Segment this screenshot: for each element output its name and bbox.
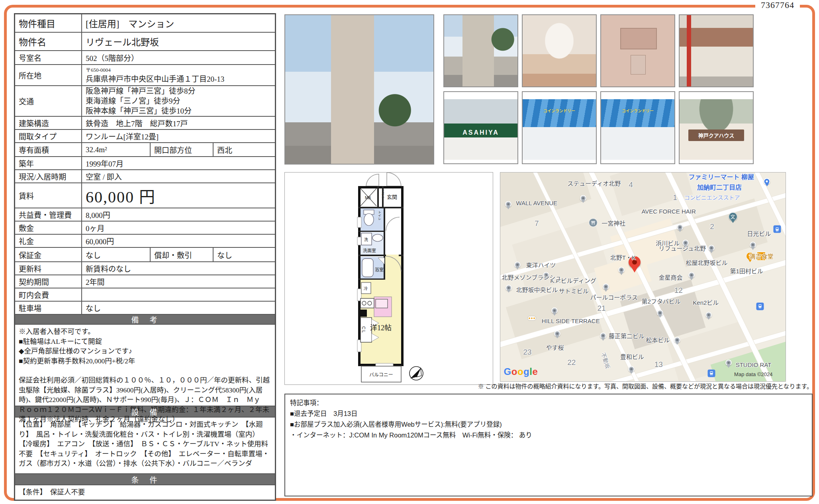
row-label: 間取タイプ [15,130,82,142]
row-label: 敷金 [15,222,82,234]
pin-kinsei-shokai [688,272,695,278]
map-label: 東洋ハイツ [526,260,556,269]
building-exterior-photo [285,15,433,164]
photo-post-office [679,14,754,87]
map-label: 22 [567,358,576,367]
table-row: 間取タイプ ワンルーム[洋室12畳] [15,130,275,143]
note-line: ■駐輪場はALキーにて開錠 [19,337,271,347]
balcony-label: バルコニー [369,372,393,378]
map-label: 藤正第二ビル [609,331,645,339]
note-line: ■契約更新事務手数料20,000円+税/2年 [19,356,271,366]
pin-yasuzakura [554,330,560,337]
pin-avec-force-hair [677,224,683,230]
row-label: 保証金 [15,248,82,261]
map-label: 不動坂 [600,351,612,370]
map-label: サトミビル [559,286,589,295]
property-sheet: 7367764 物件種目 [住居用] マンション 物件名 リヴェール北野坂 号室… [0,0,819,504]
address: 兵庫県神戸市中央区中山手通１丁目20-13 [86,73,224,84]
note-line: ※入居者入替不可です。 [19,327,271,337]
row-value: なし [82,302,275,314]
map-label: 7 [535,219,539,228]
map-label: 松本ビル [646,335,670,344]
closet-label: CL [361,326,366,333]
bathhouse-sign: 神戸クアハウス [688,129,744,141]
map-label: WALL AVENUE [516,199,557,206]
conditions-paragraph: 【条件】 保証人不要 [19,487,271,497]
row-label: 現況/入居時期 [15,170,82,182]
bathhouse-photo: 神戸クアハウス [680,99,753,160]
coin-laundry-photo: コインランドリー [523,99,596,160]
row-value: ワンルーム[洋室12畳] [82,130,275,142]
pin-wall-avenue [505,201,511,208]
row-value: 502（5階部分） [82,51,275,64]
row-value: なし [214,248,275,261]
table-row: 礼金 60,000円 [15,235,275,248]
notes-text: ※入居者入替不可です。 ■駐輪場はALキーにて開錠 ◆全戸角部屋仕様のマンション… [15,325,275,406]
table-row: 町内会費 [15,288,275,302]
intercom-panel [631,55,646,75]
note-line: ◆全戸角部屋仕様のマンションです♪ [19,346,271,356]
map-label: 松屋北野坂ビル [686,258,727,267]
photo-bathhouse: 神戸クアハウス [679,91,754,164]
map-label: 浜川ビル [656,238,680,247]
post-office-photo [680,15,753,86]
table-row: 物件名 リヴェール北野坂 [15,33,275,51]
map: Google 文ステューディオ北野4WALL AVENUE7一宮神社AVEC F… [500,172,786,382]
pin-studio-rat [725,360,732,366]
school-icon: 文 [729,212,737,221]
map-label: 21 [597,304,605,313]
conditions-header: 条 件 [15,474,275,485]
table-row: 物件種目 [住居用] マンション [15,14,275,33]
row-value [82,288,275,301]
access-line: 阪神本線「神戸三宮」徒歩10分 [86,106,192,116]
pin-pearl-corporas [603,284,609,290]
row-value: 1999年07月 [82,157,275,169]
transit-icon-3 [707,369,715,377]
laundry-sign: コインランドリー [523,108,596,114]
google-logo: Google [504,366,538,377]
row-value: 8,000円 [82,208,275,221]
laundry-sign: コインランドリー [601,108,674,114]
row-value: 2年間 [82,275,275,288]
row-value: 空室 / 即入 [82,170,275,182]
row-value: 〒650-0004 兵庫県神戸市中央区中山手通１丁目20-13 [82,65,275,85]
map-label: 23 [523,348,531,357]
photo-exterior-2 [443,14,518,87]
map-attribution: Map data ©2024 [734,371,772,377]
row-label: 賃料 [15,183,82,208]
pin-studio-kitano [580,195,586,201]
row-label: 築年 [15,157,82,169]
disclaimer-text: ※ この資料は物件の概略紹介資料になります。写真、間取図面、設備、概要などが現況… [478,382,813,390]
row-value: 西北 [214,143,275,156]
row-label: 償却・敷引 [150,248,214,261]
conditions-text: 【条件】 保証人不要 [15,485,275,500]
special-line: ■お部屋プラス加入必須(入居者様専用Webサービス):無料(要アプリ登録) [290,419,807,430]
notes-header: 備 考 [15,315,275,325]
table-row: 敷金 0ヶ月 [15,222,275,235]
transit-icon-2 [756,303,764,310]
photo-nameplate [600,14,675,87]
row-value: 新賃料のなし [82,262,275,275]
map-label: STUDIO RAT [736,361,772,368]
compass-icon [410,367,423,380]
map-label: 2 [710,222,714,231]
map-label: 加納町二丁目店 [697,182,742,192]
row-label: 物件種目 [15,14,82,32]
pin-fujimasa-dai2 [600,333,606,339]
row-label: 契約期間 [15,275,82,288]
mb-label: MB [365,196,371,200]
shrine-icon [589,218,598,227]
room-label: 洋12帖 [370,324,392,332]
special-line: 特記事項： [290,398,807,408]
shoe-box-label: 下足入 [382,189,385,198]
pin-refuge-kitano [708,245,715,251]
floor-plan: MB 下足入 玄関 トイレ 洗 洗面室 浴室 冷 [284,172,493,385]
entrance-photo [523,15,596,86]
row-label: 専有面積 [15,143,82,156]
nameplate-photo [601,15,674,86]
rent-value: 60,000 円 [82,183,275,208]
row-value: [住居用] マンション [82,14,275,32]
map-label: 満吉食堂 [757,252,766,261]
row-value: 60,000円 [82,235,275,247]
photo-coin-laundry-1: コインランドリー [522,91,597,164]
